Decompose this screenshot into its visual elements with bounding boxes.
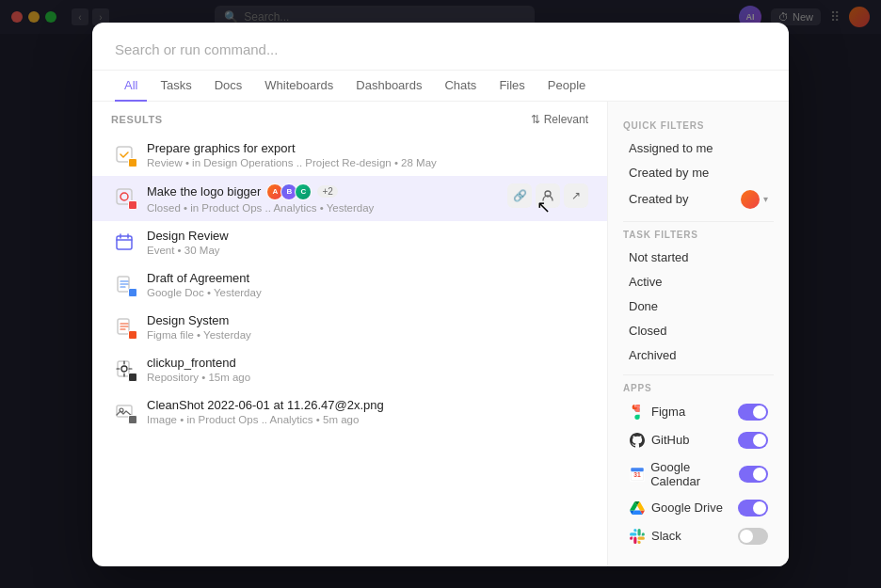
figma-toggle[interactable] [738,404,768,421]
doc-icon-3 [111,271,137,297]
app-github: GitHub [623,427,774,453]
result-title-6: CleanShot 2022-06-01 at 11.26.47@2x.png [147,398,384,412]
gdrive-left: Google Drive [629,500,723,516]
filter-done[interactable]: Done [623,294,774,318]
filter-created-by[interactable]: Created by ▾ [623,185,774,214]
gdrive-toggle[interactable] [738,500,768,516]
filter-created-by-me[interactable]: Created by me [623,161,774,184]
search-tabs: All Tasks Docs Whiteboards Dashboards Ch… [92,71,789,102]
result-content-2: Design Review Event • 30 May [147,229,588,256]
sort-label: Relevant [544,113,588,126]
result-title-5: clickup_frontend [147,356,236,370]
result-item-6[interactable]: CleanShot 2022-06-01 at 11.26.47@2x.png … [92,390,607,433]
result-title-0: Prepare graphics for export [147,141,296,155]
gcal-left: 31 Google Calendar [629,460,739,488]
result-item-1[interactable]: Make the logo bigger A B C +2 Closed • i… [92,176,607,221]
tab-dashboards[interactable]: Dashboards [346,71,431,102]
task-icon-1 [111,183,137,210]
result-content-4: Design System Figma file • Yesterday [147,313,588,341]
filter-archived[interactable]: Archived [623,343,774,367]
github-toggle[interactable] [738,432,768,449]
assign-action-icon[interactable] [536,183,560,208]
filter-not-started[interactable]: Not started [623,246,774,269]
results-panel: Results ⇅ Relevant [92,102,608,566]
result-item-3[interactable]: Draft of Agreement Google Doc • Yesterda… [92,263,607,306]
divider-2 [623,374,774,375]
result-item-2[interactable]: Design Review Event • 30 May [92,221,607,263]
result-meta-0: Review • in Design Operations .. Project… [147,157,588,168]
filter-active[interactable]: Active [623,270,774,294]
result-content-6: CleanShot 2022-06-01 at 11.26.47@2x.png … [147,398,588,425]
modal-search-section [92,23,789,71]
avatar-3: C [295,183,312,200]
extra-count: +2 [317,185,337,198]
event-icon-2 [111,229,137,255]
result-title-1: Make the logo bigger [147,184,261,199]
created-by-avatar [741,190,760,209]
app-figma: Figma [623,399,774,425]
chevron-down-icon: ▾ [763,194,768,204]
github-app-icon [629,432,646,449]
svg-rect-13 [631,468,643,471]
sort-button[interactable]: ⇅ Relevant [531,113,588,126]
slack-name: Slack [651,529,681,543]
result-content-0: Prepare graphics for export Review • in … [147,141,588,168]
slack-app-icon [629,528,646,545]
link-action-icon[interactable]: 🔗 [507,183,532,208]
result-meta-5: Repository • 15m ago [147,372,588,383]
result-item-4[interactable]: Design System Figma file • Yesterday [92,306,607,348]
sort-icon: ⇅ [531,113,540,126]
done-label: Done [629,299,658,313]
command-search-input[interactable] [115,41,766,57]
gcal-name: Google Calendar [650,460,739,488]
archived-label: Archived [629,348,677,362]
result-meta-4: Figma file • Yesterday [147,329,588,341]
figma-app-icon [629,404,646,421]
app-slack: Slack [623,523,774,549]
results-header: Results ⇅ Relevant [92,113,607,134]
svg-rect-4 [117,236,132,249]
gdrive-name: Google Drive [651,501,723,515]
assignee-avatars: A B C [266,183,312,200]
tab-all[interactable]: All [115,71,147,102]
app-gcal: 31 Google Calendar [623,455,774,493]
filter-assigned-to-me[interactable]: Assigned to me [623,136,774,160]
slack-toggle[interactable] [738,528,768,545]
gcal-toggle[interactable] [739,466,768,483]
created-by-label: Created by [629,192,689,206]
figma-left: Figma [629,404,685,421]
result-content-1: Make the logo bigger A B C +2 Closed • i… [147,183,498,214]
open-action-icon[interactable]: ↗ [564,183,588,208]
tab-tasks[interactable]: Tasks [151,71,200,102]
result-item-0[interactable]: Prepare graphics for export Review • in … [92,134,607,176]
tab-docs[interactable]: Docs [205,71,252,102]
gdrive-app-icon [629,500,646,516]
assigned-label: Assigned to me [629,141,713,155]
created-by-right: ▾ [741,190,768,209]
created-by-me-label: Created by me [629,166,709,180]
divider-1 [623,221,774,222]
modal-overlay: All Tasks Docs Whiteboards Dashboards Ch… [0,0,881,588]
result-content-5: clickup_frontend Repository • 15m ago [147,356,588,383]
svg-point-8 [121,366,127,372]
tab-files[interactable]: Files [489,71,534,102]
closed-label: Closed [629,324,666,338]
results-label: Results [111,114,163,125]
result-title-3: Draft of Agreement [147,271,249,285]
modal-body: Results ⇅ Relevant [92,102,789,566]
filter-closed[interactable]: Closed [623,319,774,342]
filters-panel: Quick Filters Assigned to me Created by … [608,102,789,566]
created-by-left: Created by [629,192,689,206]
result-title-2: Design Review [147,229,229,243]
tab-chats[interactable]: Chats [435,71,486,102]
not-started-label: Not started [629,250,689,264]
result-meta-6: Image • in Product Ops .. Analytics • 5m… [147,414,588,425]
tab-people[interactable]: People [538,71,595,102]
github-left: GitHub [629,432,689,449]
figma-icon-4 [111,313,137,340]
result-item-5[interactable]: clickup_frontend Repository • 15m ago [92,348,607,390]
slack-left: Slack [629,528,681,545]
svg-point-2 [120,193,128,200]
gcal-app-icon: 31 [629,466,645,483]
tab-whiteboards[interactable]: Whiteboards [255,71,343,102]
